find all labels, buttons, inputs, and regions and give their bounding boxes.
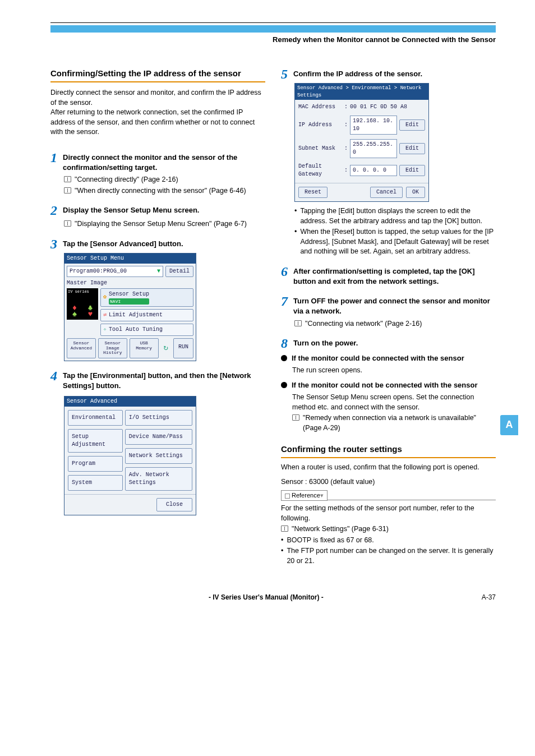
step-title: After confirmation/setting is completed,…	[293, 265, 496, 287]
reference-link: "Network Settings" (Page 6-31)	[292, 524, 389, 534]
step-number: 6	[281, 265, 290, 278]
dropdown-icon: ▼	[157, 268, 160, 275]
case-title: If the monitor could be connected with t…	[292, 353, 464, 363]
close-button[interactable]: Close	[156, 498, 192, 511]
sensor-image-history-button[interactable]: Sensor Image History	[98, 338, 127, 358]
corner-icon: ▾	[320, 492, 324, 499]
bullet-icon: •	[281, 546, 283, 566]
usb-memory-button[interactable]: USB Memory	[130, 338, 159, 358]
step-title: Tap the [Sensor Advanced] button.	[63, 237, 183, 249]
book-icon	[64, 187, 71, 193]
reference-link: "Connecting via network" (Page 2-16)	[305, 319, 422, 329]
ok-button[interactable]: OK	[406, 187, 425, 198]
header-band	[50, 25, 496, 33]
gateway-label: Default Gateway	[298, 163, 342, 178]
bullet-text: BOOTP is fixed as 67 or 68.	[287, 536, 373, 546]
step-number: 8	[281, 336, 290, 350]
cancel-button[interactable]: Cancel	[370, 187, 403, 198]
refresh-icon[interactable]: ↻	[164, 343, 168, 354]
wand-icon: ✧	[103, 326, 107, 334]
page-footer: - IV Series User's Manual (Monitor) - A-…	[50, 593, 496, 602]
adv-network-settings-button[interactable]: Adv. Network Settings	[125, 467, 192, 491]
filled-circle-icon	[281, 355, 287, 361]
screenshot-network-settings: Sensor Advanced > Environmental > Networ…	[294, 83, 429, 202]
reference-link: "Remedy when connection via a network is…	[303, 413, 496, 433]
program-selector[interactable]: Program00:PROG_00 ▼	[67, 266, 163, 277]
reference-link: "Displaying the Sensor Setup Menu Screen…	[75, 219, 247, 229]
square-icon	[285, 494, 290, 499]
network-settings-button[interactable]: Network Settings	[125, 448, 192, 464]
sensor-advanced-button[interactable]: Sensor Advanced	[67, 338, 96, 358]
edit-button[interactable]: Edit	[399, 165, 425, 176]
screenshot-sensor-advanced: Sensor Advanced Environmental Setup Adju…	[64, 396, 196, 515]
reference-label-text: Reference	[292, 492, 320, 499]
right-icon[interactable]: ♣	[88, 304, 93, 312]
gear-icon: ✿	[103, 293, 107, 301]
left-icon[interactable]: ♦	[72, 304, 77, 312]
step-4: 4 Tap the [Environmental] button, and th…	[50, 369, 265, 515]
router-port: Sensor : 63000 (default value)	[281, 477, 496, 487]
system-button[interactable]: System	[68, 475, 123, 491]
step-1: 1 Directly connect the monitor and the s…	[50, 151, 265, 196]
bullet-text: When the [Reset] button is tapped, the s…	[300, 227, 496, 257]
edit-button[interactable]: Edit	[399, 143, 425, 154]
edit-button[interactable]: Edit	[399, 119, 425, 131]
step-title: Turn OFF the power and connect the senso…	[293, 294, 496, 316]
master-image-thumbnail[interactable]: IV series ♠ ♥ ♦ ♣	[67, 288, 98, 320]
navi-badge: NAVI	[109, 298, 149, 305]
case-not-connected: If the monitor could not be connected wi…	[281, 380, 496, 390]
colon: :	[344, 145, 348, 153]
side-tab-a: A	[500, 415, 518, 435]
step-title: Tap the [Environmental] button, and then…	[63, 369, 265, 391]
right-column: 5 Confirm the IP address of the sensor. …	[281, 67, 496, 567]
slider-icon: ⇄	[103, 311, 107, 319]
tool-auto-tuning-button[interactable]: ✧ Tool Auto Tuning	[100, 324, 193, 336]
step-7: 7 Turn OFF the power and connect the sen…	[281, 294, 496, 329]
reference-label: Reference▾	[281, 490, 328, 501]
io-settings-button[interactable]: I/O Settings	[125, 410, 192, 426]
limit-adjustment-button[interactable]: ⇄ Limit Adjustment	[100, 309, 193, 321]
colon: :	[344, 121, 348, 129]
sensor-setup-button[interactable]: ✿ Sensor Setup NAVI	[100, 288, 193, 307]
colon: :	[344, 167, 348, 174]
run-button[interactable]: RUN	[173, 338, 193, 358]
reset-button[interactable]: Reset	[298, 187, 328, 198]
setup-adjustment-button[interactable]: Setup Adjustment	[68, 429, 123, 453]
program-label: Program00:PROG_00	[70, 268, 127, 275]
window-title-bar: Sensor Advanced	[64, 397, 196, 407]
reference-link: "When directly connecting with the senso…	[75, 186, 246, 196]
ip-label: IP Address	[298, 121, 342, 129]
bullet-text: Tapping the [Edit] button displays the s…	[300, 206, 496, 226]
bullet-text: The FTP port number can be changed on th…	[287, 546, 496, 566]
reference-box: Reference▾ For the setting methods of th…	[281, 490, 496, 566]
environmental-button[interactable]: Environmental	[68, 410, 123, 426]
device-name-pass-button[interactable]: Device Name/Pass	[125, 429, 192, 445]
step-number: 1	[50, 151, 59, 164]
reference-text: For the setting methods of the sensor po…	[281, 504, 496, 523]
step-title: Confirm the IP address of the sensor.	[293, 67, 422, 79]
thumb-label: IV series	[68, 289, 89, 294]
detail-button[interactable]: Detail	[165, 266, 193, 277]
step-8: 8 Turn on the power.	[281, 336, 496, 350]
step-title: Turn on the power.	[293, 336, 358, 348]
step-3: 3 Tap the [Sensor Advanced] button. Sens…	[50, 237, 265, 362]
screenshot-sensor-setup-menu: Sensor Setup Menu Program00:PROG_00 ▼ De…	[64, 253, 196, 362]
step-title: Display the Sensor Setup Menu screen.	[63, 204, 199, 215]
case-title: If the monitor could not be connected wi…	[292, 380, 478, 390]
mac-value: 00 01 FC 0D 50 A8	[350, 103, 425, 111]
tool-label: Tool Auto Tuning	[109, 326, 163, 334]
section-title-ip: Confirming/Setting the IP address of the…	[50, 67, 265, 82]
step-5: 5 Confirm the IP address of the sensor. …	[281, 67, 496, 257]
book-icon	[281, 525, 288, 532]
sensor-setup-label: Sensor Setup	[109, 291, 149, 298]
step-title: Directly connect the monitor and the sen…	[63, 151, 265, 173]
step-number: 2	[50, 204, 59, 217]
bullet-icon: •	[294, 227, 297, 257]
program-button[interactable]: Program	[68, 456, 123, 472]
reference-link: "Connecting directly" (Page 2-16)	[75, 175, 178, 185]
colon: :	[344, 103, 348, 111]
step-number: 7	[281, 294, 290, 308]
book-icon	[292, 414, 299, 421]
case-body: The run screen opens.	[292, 366, 496, 376]
filled-circle-icon	[281, 382, 287, 388]
